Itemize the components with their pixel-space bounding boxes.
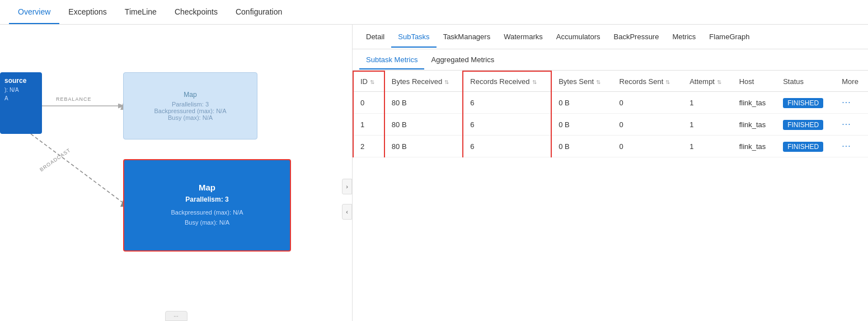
cell-bytes-received-row0: 80 B	[384, 92, 463, 114]
cell-host-row0: flink_tas	[733, 92, 777, 114]
top-navigation: OverviewExceptionsTimeLineCheckpointsCon…	[0, 0, 868, 25]
detail-tab-accumulators[interactable]: Accumulators	[550, 27, 607, 48]
cell-id-row1: 1	[353, 114, 384, 136]
graph-panel: source ): N/A A REBALANCE Map Parallelis…	[0, 25, 353, 321]
expand-right-arrow[interactable]: ›	[342, 179, 352, 194]
more-button[interactable]: ···	[842, 141, 851, 151]
cell-bytes-sent-row0: 0 B	[551, 92, 612, 114]
col-header-host: Host	[733, 71, 777, 92]
cell-id-row2: 2	[353, 136, 384, 157]
cell-bytes-sent-row2: 0 B	[551, 136, 612, 157]
cell-status-row2: FINISHED	[776, 136, 835, 157]
table-body: 080 B60 B01flink_tasFINISHED···180 B60 B…	[353, 92, 868, 157]
table-row: 180 B60 B01flink_tasFINISHED···	[353, 114, 868, 136]
map-active-subtitle: Parallelism: 3	[185, 196, 228, 203]
cell-host-row2: flink_tas	[733, 136, 777, 157]
data-table-wrapper: ID⇅Bytes Received⇅Records Received⇅Bytes…	[353, 71, 868, 321]
map-inactive-title: Map	[184, 91, 196, 99]
source-node-detail1: ): N/A	[4, 87, 37, 93]
detail-tab-flamegraph[interactable]: FlameGraph	[702, 27, 756, 48]
map-inactive-busy: Busy (max): N/A	[168, 114, 213, 121]
cell-status-row0: FINISHED	[776, 92, 835, 114]
col-header-status: Status	[776, 71, 835, 92]
sort-icon-bytes-sent: ⇅	[596, 79, 600, 85]
cell-bytes-received-row2: 80 B	[384, 136, 463, 157]
map-inactive-backpressured: Backpressured (max): N/A	[154, 108, 227, 114]
map-node-inactive[interactable]: Map Parallelism: 3 Backpressured (max): …	[123, 72, 257, 139]
table-header: ID⇅Bytes Received⇅Records Received⇅Bytes…	[353, 71, 868, 92]
more-button[interactable]: ···	[842, 97, 851, 107]
bottom-expand-handle[interactable]: ···	[165, 311, 187, 321]
col-header-bytes-sent[interactable]: Bytes Sent⇅	[551, 71, 612, 92]
status-badge: FINISHED	[783, 98, 823, 108]
cell-host-row1: flink_tas	[733, 114, 777, 136]
detail-tab-watermarks[interactable]: Watermarks	[497, 27, 550, 48]
bottom-handle-icon: ···	[173, 313, 178, 319]
sort-icon-records-sent: ⇅	[665, 79, 670, 85]
cell-records-received-row0: 6	[463, 92, 551, 114]
table-row: 280 B60 B01flink_tasFINISHED···	[353, 136, 868, 157]
graph-canvas: source ): N/A A REBALANCE Map Parallelis…	[0, 25, 352, 321]
detail-tab-taskmanagers[interactable]: TaskManagers	[437, 27, 498, 48]
top-nav-item-checkpoints[interactable]: Checkpoints	[166, 1, 227, 24]
cell-records-sent-row0: 0	[613, 92, 683, 114]
cell-id-row0: 0	[353, 92, 384, 114]
cell-attempt-row1: 1	[683, 114, 732, 136]
cell-attempt-row2: 1	[683, 136, 732, 157]
top-nav-item-exceptions[interactable]: Exceptions	[59, 1, 115, 24]
cell-records-sent-row2: 0	[613, 136, 683, 157]
rebalance-label: REBALANCE	[56, 96, 92, 102]
top-nav-item-configuration[interactable]: Configuration	[227, 1, 291, 24]
cell-more-row2[interactable]: ···	[835, 136, 868, 157]
top-nav-item-overview[interactable]: Overview	[9, 1, 59, 24]
header-row: ID⇅Bytes Received⇅Records Received⇅Bytes…	[353, 71, 868, 92]
cell-attempt-row0: 1	[683, 92, 732, 114]
status-badge: FINISHED	[783, 120, 823, 130]
source-node-title: source	[4, 77, 37, 85]
map-active-title: Map	[199, 183, 215, 192]
cell-records-received-row2: 6	[463, 136, 551, 157]
sort-icon-id: ⇅	[370, 79, 374, 85]
cell-more-row0[interactable]: ···	[835, 92, 868, 114]
map-active-backpressured: Backpressured (max): N/A	[171, 208, 243, 218]
collapse-left-arrow[interactable]: ‹	[342, 204, 352, 220]
map-node-active[interactable]: Map Parallelism: 3 Backpressured (max): …	[123, 159, 291, 252]
sub-tab-subtask-metrics[interactable]: Subtask Metrics	[359, 51, 424, 69]
detail-tabs: DetailSubTasksTaskManagersWatermarksAccu…	[353, 25, 868, 49]
source-node[interactable]: source ): N/A A	[0, 72, 42, 134]
source-node-detail2: A	[4, 95, 37, 101]
col-header-more: More	[835, 71, 868, 92]
cell-more-row1[interactable]: ···	[835, 114, 868, 136]
cell-records-received-row1: 6	[463, 114, 551, 136]
col-header-bytes-received[interactable]: Bytes Received⇅	[384, 71, 463, 92]
cell-bytes-sent-row1: 0 B	[551, 114, 612, 136]
sort-icon-attempt: ⇅	[717, 79, 721, 85]
table-row: 080 B60 B01flink_tasFINISHED···	[353, 92, 868, 114]
detail-tab-subtasks[interactable]: SubTasks	[391, 27, 436, 48]
detail-tab-metrics[interactable]: Metrics	[665, 27, 702, 48]
sort-icon-bytes-received: ⇅	[444, 79, 449, 85]
more-button[interactable]: ···	[842, 119, 851, 129]
cell-bytes-received-row1: 80 B	[384, 114, 463, 136]
cell-status-row1: FINISHED	[776, 114, 835, 136]
col-header-records-sent[interactable]: Records Sent⇅	[613, 71, 683, 92]
top-nav-item-timeline[interactable]: TimeLine	[116, 1, 166, 24]
sub-tabs: Subtask MetricsAggregated Metrics	[353, 49, 868, 71]
status-badge: FINISHED	[783, 142, 823, 152]
main-layout: source ): N/A A REBALANCE Map Parallelis…	[0, 25, 868, 321]
detail-panel: DetailSubTasksTaskManagersWatermarksAccu…	[353, 25, 868, 321]
subtasks-table: ID⇅Bytes Received⇅Records Received⇅Bytes…	[353, 71, 868, 157]
col-header-attempt[interactable]: Attempt⇅	[683, 71, 732, 92]
cell-records-sent-row1: 0	[613, 114, 683, 136]
sub-tab-aggregated-metrics[interactable]: Aggregated Metrics	[424, 51, 501, 69]
detail-tab-backpressure[interactable]: BackPressure	[607, 27, 666, 48]
map-inactive-parallelism: Parallelism: 3	[172, 101, 209, 108]
map-active-busy: Busy (max): N/A	[185, 218, 229, 228]
detail-tab-detail[interactable]: Detail	[359, 27, 391, 48]
col-header-records-received[interactable]: Records Received⇅	[463, 71, 551, 92]
sort-icon-records-received: ⇅	[532, 79, 537, 85]
col-header-id[interactable]: ID⇅	[353, 71, 384, 92]
broadcast-label: BROADCAST	[39, 147, 72, 173]
